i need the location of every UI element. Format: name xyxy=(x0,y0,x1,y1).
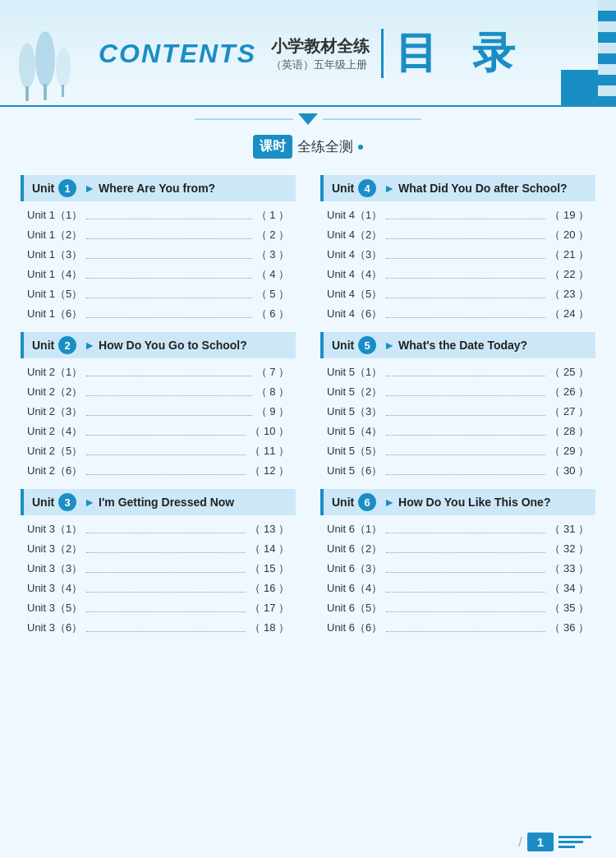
entry-label: Unit 5（1） xyxy=(327,365,382,380)
right-decoration xyxy=(598,0,616,107)
entry-page: （ 2 ） xyxy=(256,228,289,242)
entry-label: Unit 6（3） xyxy=(327,561,382,576)
unit-arrow-3: ► xyxy=(84,496,95,509)
unit-title-3: I'm Getting Dressed Now xyxy=(99,496,234,509)
unit-label-4: Unit xyxy=(332,182,354,195)
entry-dots xyxy=(386,211,545,219)
entry-page: （ 14 ） xyxy=(250,542,289,556)
page-header: CONTENTS 小学教材全练 （英语）五年级上册 目 录 xyxy=(0,0,616,107)
list-item: Unit 3（4） （ 16 ） xyxy=(21,579,296,598)
list-item: Unit 5（5） （ 29 ） xyxy=(320,441,595,461)
entry-page: （ 34 ） xyxy=(549,581,589,596)
keshi-section: 课时 全练全测 xyxy=(0,135,616,159)
entry-label: Unit 2（1） xyxy=(27,365,82,380)
entry-page: （ 31 ） xyxy=(549,522,589,537)
entry-dots xyxy=(386,408,545,416)
entry-page: （ 28 ） xyxy=(549,424,589,439)
header-divider xyxy=(381,29,384,78)
footer-slash: / xyxy=(518,835,522,850)
entry-label: Unit 2（6） xyxy=(27,464,82,478)
entry-page: （ 6 ） xyxy=(256,307,289,321)
arrow-center xyxy=(298,113,318,125)
entry-page: （ 30 ） xyxy=(549,464,589,478)
contents-label: CONTENTS xyxy=(99,39,256,69)
entry-dots xyxy=(386,270,545,279)
entry-label: Unit 1（3） xyxy=(27,247,82,262)
entry-dots xyxy=(86,251,251,259)
unit-title-4: What Did You Do after School? xyxy=(398,182,568,195)
entry-dots xyxy=(386,310,545,318)
entry-label: Unit 6（6） xyxy=(327,620,382,635)
list-item: Unit 4（1） （ 19 ） xyxy=(320,205,595,225)
entry-label: Unit 4（5） xyxy=(327,287,382,302)
list-item: Unit 4（5） （ 23 ） xyxy=(320,284,595,304)
svg-point-4 xyxy=(56,48,71,87)
entry-page: （ 9 ） xyxy=(256,404,289,419)
unit-num-badge-3: 3 xyxy=(58,493,76,511)
entry-label: Unit 1（6） xyxy=(27,307,82,321)
list-item: Unit 6（2） （ 32 ） xyxy=(320,539,595,559)
list-item: Unit 2（1） （ 7 ） xyxy=(21,362,296,382)
unit-num-badge-1: 1 xyxy=(58,179,76,197)
entry-dots xyxy=(86,310,251,318)
unit-num-badge-6: 6 xyxy=(358,493,376,511)
entry-page: （ 12 ） xyxy=(250,464,289,478)
entry-page: （ 24 ） xyxy=(549,307,589,321)
list-item: Unit 2（4） （ 10 ） xyxy=(21,422,296,441)
entry-dots xyxy=(86,211,251,219)
entry-dots xyxy=(386,251,545,259)
entry-page: （ 26 ） xyxy=(549,385,589,399)
entry-dots xyxy=(386,388,545,396)
entry-dots xyxy=(86,604,246,612)
unit-header-5: Unit 5 ► What's the Date Today? xyxy=(320,332,595,358)
svg-point-2 xyxy=(35,31,55,87)
entry-page: （ 1 ） xyxy=(256,208,289,223)
list-item: Unit 1（4） （ 4 ） xyxy=(21,265,296,284)
list-item: Unit 5（2） （ 26 ） xyxy=(320,382,595,402)
left-column: Unit 1 ► Where Are You from? Unit 1（1） （… xyxy=(8,167,308,638)
entry-dots xyxy=(386,624,545,632)
entry-label: Unit 4（1） xyxy=(327,208,382,223)
entry-dots xyxy=(386,368,545,376)
unit-label-2: Unit xyxy=(32,339,54,352)
entry-dots xyxy=(386,427,545,436)
unit-arrow-4: ► xyxy=(384,182,395,195)
list-item: Unit 3（1） （ 13 ） xyxy=(21,519,296,539)
header-bottom-line xyxy=(0,105,616,107)
entry-dots xyxy=(86,467,246,475)
unit-header-3: Unit 3 ► I'm Getting Dressed Now xyxy=(21,489,296,515)
entry-label: Unit 6（5） xyxy=(327,601,382,616)
unit-title-6: How Do You Like This One? xyxy=(398,496,550,509)
entry-page: （ 32 ） xyxy=(549,542,589,556)
keshi-text: 全练全测 xyxy=(297,137,353,156)
entry-page: （ 4 ） xyxy=(256,267,289,282)
subtitle-main: 小学教材全练 xyxy=(271,35,370,58)
unit-label-3: Unit xyxy=(32,496,54,509)
unit-header-1: Unit 1 ► Where Are You from? xyxy=(21,175,296,201)
right-column: Unit 4 ► What Did You Do after School? U… xyxy=(308,167,608,638)
list-item: Unit 3（3） （ 15 ） xyxy=(21,559,296,579)
entry-dots xyxy=(86,388,251,396)
entry-label: Unit 1（1） xyxy=(27,208,82,223)
arrow-decoration xyxy=(0,113,616,125)
unit-title-2: How Do You Go to School? xyxy=(99,339,247,352)
list-item: Unit 3（2） （ 14 ） xyxy=(21,539,296,559)
keshi-dot xyxy=(358,145,363,150)
entry-dots xyxy=(86,270,251,279)
list-item: Unit 4（4） （ 22 ） xyxy=(320,265,595,284)
entry-page: （ 33 ） xyxy=(549,561,589,576)
unit-arrow-6: ► xyxy=(384,496,395,509)
entry-label: Unit 2（2） xyxy=(27,385,82,399)
unit-title-5: What's the Date Today? xyxy=(398,339,527,352)
entry-page: （ 11 ） xyxy=(250,444,289,459)
entry-label: Unit 5（3） xyxy=(327,404,382,419)
svg-rect-1 xyxy=(25,86,29,101)
entry-dots xyxy=(86,408,251,416)
entry-page: （ 17 ） xyxy=(250,601,289,616)
footer-line-1 xyxy=(559,836,591,838)
entry-dots xyxy=(86,447,246,455)
entry-label: Unit 3（4） xyxy=(27,581,82,596)
entry-label: Unit 4（2） xyxy=(327,228,382,242)
list-item: Unit 2（3） （ 9 ） xyxy=(21,402,296,422)
keshi-badge: 课时 xyxy=(253,135,292,159)
